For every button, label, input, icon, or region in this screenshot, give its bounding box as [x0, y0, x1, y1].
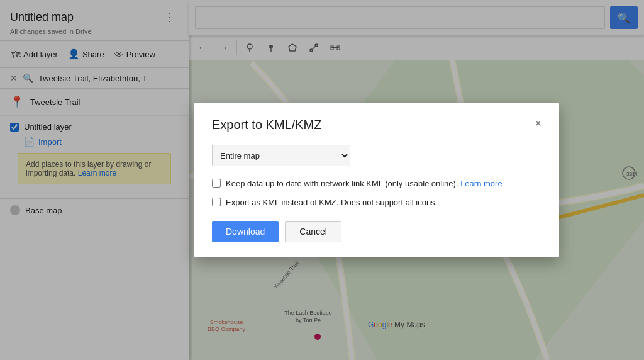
- network-link-checkbox-row: Keep data up to date with network link K…: [212, 177, 541, 190]
- dialog-title: Export to KML/KMZ: [212, 118, 322, 132]
- dialog-select-row: Entire map Untitled layer: [212, 145, 541, 166]
- dialog-close-button[interactable]: ×: [535, 118, 541, 129]
- dialog-actions: Download Cancel: [212, 221, 541, 242]
- network-link-label: Keep data up to date with network link K…: [226, 177, 502, 190]
- dialog-header: Export to KML/KMZ ×: [212, 118, 541, 132]
- download-button[interactable]: Download: [212, 221, 279, 242]
- export-scope-select[interactable]: Entire map Untitled layer: [212, 145, 350, 166]
- kml-export-checkbox[interactable]: [212, 198, 221, 206]
- learn-more-link-dialog[interactable]: Learn more: [460, 179, 502, 188]
- cancel-button[interactable]: Cancel: [285, 221, 341, 242]
- network-link-checkbox[interactable]: [212, 179, 221, 188]
- kml-export-label: Export as KML instead of KMZ. Does not s…: [226, 196, 437, 209]
- export-dialog: Export to KML/KMZ × Entire map Untitled …: [194, 103, 559, 257]
- kml-export-checkbox-row: Export as KML instead of KMZ. Does not s…: [212, 196, 541, 209]
